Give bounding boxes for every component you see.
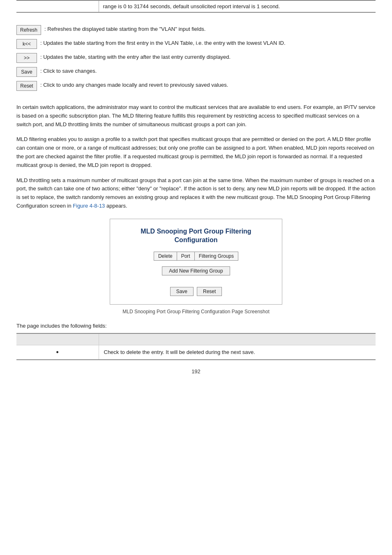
klt-button[interactable]: k<< <box>16 39 37 49</box>
paragraph-3: MLD throttling sets a maximum number of … <box>16 176 376 210</box>
paragraph-1: In certain switch applications, the admi… <box>16 103 376 129</box>
col-filtering-groups: Filtering Groups <box>195 252 238 261</box>
legend-row-save: Save : Click to save changes. <box>16 67 376 77</box>
field-description: Check to delete the entry. It will be de… <box>99 345 376 360</box>
next-button[interactable]: >> <box>16 53 37 63</box>
fields-header-left <box>16 333 99 345</box>
config-table-header: Delete Port Filtering Groups <box>122 252 270 261</box>
reset-description: : Click to undo any changes made locally… <box>40 81 228 89</box>
fields-intro: The page includes the following fields: <box>16 323 376 329</box>
legend-row-next: >> : Updates the table, starting with th… <box>16 53 376 63</box>
fields-table-header-row <box>16 333 376 345</box>
paragraph-2: MLD filtering enables you to assign a pr… <box>16 135 376 169</box>
legend-row-reset: Reset : Click to undo any changes made l… <box>16 81 376 91</box>
top-info-left <box>16 0 99 12</box>
figure-link[interactable]: Figure 4-8-13 <box>73 203 105 209</box>
top-info-table: range is 0 to 31744 seconds, default uns… <box>16 0 376 13</box>
col-delete: Delete <box>154 252 177 261</box>
add-new-filtering-group-button[interactable]: Add New Filtering Group <box>162 266 230 275</box>
config-reset-button[interactable]: Reset <box>197 287 222 296</box>
field-bullet: • <box>16 345 99 360</box>
klt-description: : Updates the table starting from the fi… <box>40 39 286 47</box>
next-description: : Updates the table, starting with the e… <box>40 53 231 61</box>
top-info-right: range is 0 to 31744 seconds, default uns… <box>99 0 376 12</box>
page-number: 192 <box>16 368 376 375</box>
button-legend: Refresh : Refreshes the displayed table … <box>16 25 376 91</box>
legend-row-klt: k<< : Updates the table starting from th… <box>16 39 376 49</box>
fields-table: • Check to delete the entry. It will be … <box>16 333 376 360</box>
legend-row-refresh: Refresh : Refreshes the displayed table … <box>16 25 376 35</box>
config-save-button[interactable]: Save <box>170 287 194 296</box>
config-screenshot-box: MLD Snooping Port Group Filtering Config… <box>110 219 282 305</box>
table-row: • Check to delete the entry. It will be … <box>16 345 376 360</box>
refresh-button[interactable]: Refresh <box>16 25 41 35</box>
save-description: : Click to save changes. <box>40 67 97 75</box>
save-button[interactable]: Save <box>16 67 37 77</box>
fields-header-right <box>99 333 376 345</box>
screenshot-caption: MLD Snooping Port Group Filtering Config… <box>16 309 376 314</box>
config-box-title: MLD Snooping Port Group Filtering Config… <box>122 227 270 245</box>
config-bottom-buttons: Save Reset <box>122 287 270 296</box>
reset-button[interactable]: Reset <box>16 81 37 91</box>
col-port: Port <box>177 252 195 261</box>
refresh-description: : Refreshes the displayed table starting… <box>44 25 205 33</box>
